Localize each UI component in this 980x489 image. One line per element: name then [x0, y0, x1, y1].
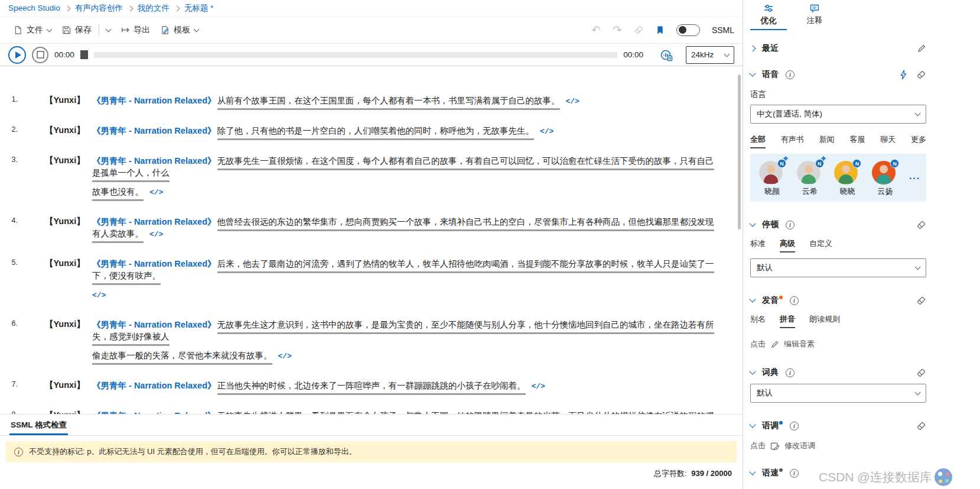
chevron-down-icon[interactable] [749, 70, 756, 76]
info-icon[interactable]: i [786, 221, 795, 229]
eraser-icon[interactable] [634, 25, 644, 35]
style-tag[interactable]: 《男青年 - Narration Relaxed》 [92, 156, 216, 166]
ssml-tag-icon[interactable]: </> [540, 127, 554, 136]
voice-card[interactable]: N 云希 [795, 160, 825, 197]
list-scrollbar[interactable] [738, 75, 741, 229]
info-icon[interactable]: i [786, 368, 795, 377]
redo-icon[interactable]: ↷ [613, 24, 622, 35]
file-menu-label: 文件 [27, 25, 43, 35]
script-text[interactable]: 偷走故事一般的失落，尽管他本来就没有故事。 [92, 351, 272, 365]
eraser-icon[interactable] [916, 220, 926, 230]
ssml-tag-icon[interactable]: </> [149, 188, 163, 197]
lexicon-select[interactable]: 默认 [750, 384, 926, 403]
tab-ssml-format-check[interactable]: SSML 格式检查 [9, 414, 68, 435]
row-number: 2. [0, 125, 18, 134]
chevron-down-icon[interactable] [749, 468, 756, 475]
voice-tag[interactable]: 【Yunxi】 [45, 216, 92, 227]
section-pronunciation-title: 发音 [762, 295, 783, 306]
edit-phoneme-action[interactable]: 编辑音素 [784, 339, 815, 349]
eraser-icon[interactable] [916, 421, 926, 431]
breadcrumb-untitled[interactable]: 无标题 * [184, 3, 214, 14]
ssml-toggle[interactable] [676, 24, 700, 36]
ssml-tag-icon[interactable]: </> [92, 291, 106, 300]
bookmark-icon[interactable] [656, 25, 665, 35]
chevron-right-icon[interactable] [749, 45, 756, 51]
voice-tag[interactable]: 【Yunxi】 [45, 95, 92, 106]
ssml-tag-icon[interactable]: </> [278, 352, 292, 361]
eraser-icon[interactable] [916, 368, 926, 378]
script-text[interactable]: 除了他，只有他的书是一片空白的，人们嘲笑着他的同时，称呼他为，无故事先生。 [217, 126, 535, 140]
voice-card[interactable]: N 云扬 [870, 160, 900, 197]
category-more[interactable]: 更多 [911, 134, 926, 148]
stop-button[interactable] [32, 47, 48, 63]
export-button[interactable]: ↦ 导出 [116, 20, 155, 40]
voice-tag[interactable]: 【Yunxi】 [45, 319, 92, 330]
save-dropdown-button[interactable] [101, 20, 116, 40]
style-tag[interactable]: 《男青年 - Narration Relaxed》 [92, 217, 216, 226]
lightning-icon[interactable] [899, 70, 908, 80]
category-chat[interactable]: 聊天 [880, 134, 896, 148]
category-news[interactable]: 新闻 [819, 134, 835, 148]
pron-tab-alias[interactable]: 别名 [750, 314, 766, 328]
chevron-down-icon[interactable] [749, 220, 756, 226]
pause-tab-advanced[interactable]: 高级 [780, 238, 795, 252]
eraser-icon[interactable] [916, 296, 926, 306]
pause-tab-standard[interactable]: 标准 [750, 238, 766, 252]
category-customer-service[interactable]: 客服 [849, 134, 865, 148]
voice-card[interactable]: N 晓颜 [757, 160, 787, 197]
file-menu-button[interactable]: 文件 [8, 20, 57, 40]
chevron-down-icon[interactable] [749, 368, 756, 374]
breadcrumb-audio-content-creation[interactable]: 有声内容创作 [75, 3, 123, 14]
pause-select[interactable]: 默认 [750, 258, 926, 277]
script-text[interactable]: 从前有个故事王国，在这个王国里面，每个人都有着一本书，书里写满着属于自己的故事。 [217, 96, 560, 110]
style-tag[interactable]: 《男青年 - Narration Relaxed》 [92, 320, 216, 329]
section-intonation-title: 语调 [762, 420, 783, 431]
sample-rate-select[interactable]: 24kHz [686, 46, 734, 64]
style-tag[interactable]: 《男青年 - Narration Relaxed》 [92, 259, 216, 268]
template-button[interactable]: 模板 [155, 20, 204, 40]
ssml-tag-icon[interactable]: </> [532, 382, 545, 391]
undo-icon[interactable]: ↶ [591, 24, 601, 35]
pron-tab-pinyin[interactable]: 拼音 [780, 314, 795, 328]
language-select[interactable]: 中文(普通话, 简体) [750, 105, 926, 124]
script-text[interactable]: 故事也没有。 [92, 187, 144, 201]
info-icon[interactable]: i [790, 296, 799, 305]
scrubber-handle[interactable] [80, 50, 88, 59]
breadcrumb-my-files[interactable]: 我的文件 [138, 3, 170, 14]
voice-tag[interactable]: 【Yunxi】 [45, 258, 92, 269]
category-audiobook[interactable]: 有声书 [781, 134, 804, 148]
category-all[interactable]: 全部 [750, 134, 766, 148]
ssml-tag-icon[interactable]: </> [566, 97, 579, 106]
voice-tag[interactable]: 【Yunxi】 [45, 380, 92, 391]
section-lexicon-title: 词典 [762, 367, 779, 378]
tab-annotate[interactable]: 注释 [796, 3, 833, 30]
style-tag[interactable]: 《男青年 - Narration Relaxed》 [92, 126, 216, 135]
style-tag[interactable]: 《男青年 - Narration Relaxed》 [92, 381, 216, 390]
play-button[interactable] [8, 46, 26, 64]
pron-tab-reading-rules[interactable]: 朗读规则 [809, 314, 840, 328]
chevron-down-icon[interactable] [749, 421, 756, 428]
edit-intonation-action[interactable]: 修改语调 [784, 441, 815, 451]
pause-tab-custom[interactable]: 自定义 [809, 238, 832, 252]
script-text[interactable]: 正当他失神的时候，北边传来了一阵喧哗声，有一群蹦蹦跳跳的小孩子在吵闹着。 [217, 381, 526, 395]
info-icon[interactable]: i [790, 422, 799, 430]
edit-document-icon[interactable] [770, 442, 780, 451]
info-icon[interactable]: i [786, 70, 795, 79]
save-button[interactable]: 保存 [57, 20, 97, 40]
more-voices-icon[interactable]: ··· [909, 173, 920, 184]
eraser-icon[interactable] [916, 70, 926, 80]
ssml-tag-icon[interactable]: </> [149, 230, 163, 239]
info-icon[interactable]: i [790, 469, 799, 478]
pencil-icon[interactable] [917, 44, 926, 53]
style-tag[interactable]: 《男青年 - Narration Relaxed》 [92, 96, 216, 105]
chevron-down-icon[interactable] [749, 296, 756, 302]
breadcrumb-speech-studio[interactable]: Speech Studio [8, 4, 60, 12]
progress-track[interactable] [94, 52, 617, 58]
voice-tag[interactable]: 【Yunxi】 [45, 155, 92, 166]
voice-tag[interactable]: 【Yunxi】 [45, 125, 92, 136]
pencil-icon[interactable] [770, 340, 779, 349]
tab-optimize[interactable]: 优化 [750, 3, 787, 30]
voice-card[interactable]: N 晓晓 [833, 160, 862, 197]
voice-tag[interactable]: 【Yunxi】 [45, 410, 92, 414]
audio-output-icon[interactable] [660, 48, 673, 61]
